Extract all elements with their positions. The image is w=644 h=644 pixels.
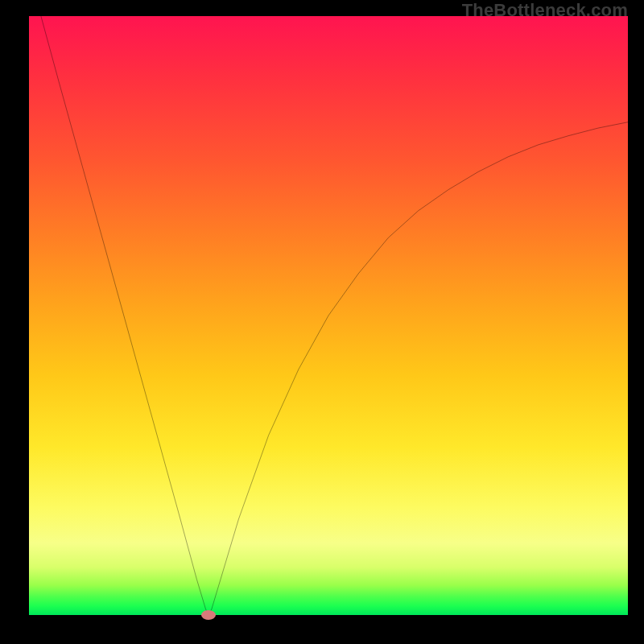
minimum-marker [201, 610, 216, 620]
curve-svg [29, 16, 628, 615]
plot-area [29, 16, 628, 615]
bottleneck-curve [41, 16, 628, 615]
chart-frame: TheBottleneck.com [0, 0, 644, 644]
watermark-text: TheBottleneck.com [462, 0, 628, 21]
